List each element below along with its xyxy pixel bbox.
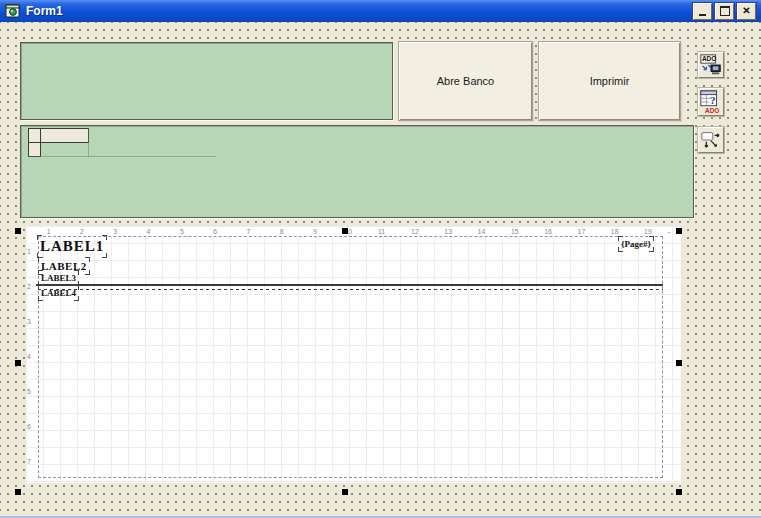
ruler-number: 12 [398,227,431,236]
ruler-number: 6 [198,227,231,236]
form-icon [5,3,21,19]
label2-text: LABEL2 [41,260,87,272]
selection-handle-bottom-right[interactable] [676,489,682,495]
selection-handle-middle-left[interactable] [15,360,21,366]
selection-corner [649,247,654,252]
svg-text:ADO: ADO [705,107,719,114]
ruler-number: 2 [65,227,98,236]
selection-handle-top-left[interactable] [15,228,21,234]
dbgrid-gridline-vertical [88,128,89,157]
ruler-number: 13 [432,227,465,236]
ruler-number: 5 [24,374,34,409]
selection-corner [74,285,79,290]
selection-corner [37,235,42,240]
svg-text:ADO: ADO [702,55,716,62]
ruler-number: 8 [265,227,298,236]
ruler-number: 16 [531,227,564,236]
ruler-number: 18 [598,227,631,236]
memo-control[interactable] [20,42,393,120]
selection-handle-middle-right[interactable] [676,360,682,366]
ruler-number: 11 [365,227,398,236]
band-bottom-dashed-line [38,289,663,290]
ruler-number: 15 [498,227,531,236]
dbgrid-row-indicator-cell [28,142,41,157]
selection-corner [85,257,90,262]
report-left-ruler: 1234567 [24,234,34,479]
window-title: Form1 [26,4,690,18]
selection-corner [102,253,107,258]
close-button[interactable]: ✕ [737,3,756,20]
ruler-number: 7 [232,227,265,236]
ruler-number: 6 [24,409,34,444]
ruler-number: 1 [24,234,34,269]
form-designer-canvas[interactable]: Abre Banco Imprimir ADO [0,22,761,516]
ruler-number: 3 [24,304,34,339]
report-margin-outline [38,236,663,478]
selection-corner [38,296,43,301]
selection-corner [618,247,623,252]
selection-corner [85,270,90,275]
selection-corner [618,236,623,241]
ado-query-icon[interactable]: ? ADO [698,88,724,116]
ruler-number: 5 [165,227,198,236]
ruler-number: 19 [631,227,664,236]
ruler-number: 17 [565,227,598,236]
label1-text: LABEL1 [40,238,104,254]
band-separator-line[interactable] [36,284,663,286]
designer-window: Form1 ✕ Abre Banco Imprimir ADO [0,0,761,518]
selection-corner [102,235,107,240]
svg-text:?: ? [710,94,716,106]
imprimir-button[interactable]: Imprimir [538,41,681,121]
dbgrid-header-cell [40,128,89,143]
page-field-text: {Page#} [621,239,651,249]
ruler-number: 4 [24,339,34,374]
label3-text: LABEL3 [41,273,76,283]
ruler-number: 4 [132,227,165,236]
selection-corner [38,257,43,262]
selection-corner [649,236,654,241]
maximize-icon [720,6,730,16]
selection-handle-top-middle[interactable] [342,228,348,234]
selection-corner [74,270,79,275]
report-label4[interactable]: LABEL4 [41,288,76,298]
report-page-number-field[interactable]: {Page#} [621,239,651,249]
label4-text: LABEL4 [41,288,76,298]
imprimir-label: Imprimir [590,75,630,87]
ruler-number: 10 [332,227,365,236]
ruler-number: 7 [24,444,34,479]
abre-banco-button[interactable]: Abre Banco [398,41,533,121]
window-titlebar[interactable]: Form1 ✕ [0,0,761,22]
datasource-icon[interactable] [698,127,724,153]
selection-corner [38,270,43,275]
report-top-ruler: 12345678910111213141516171819 [32,227,672,236]
minimize-icon [699,14,706,16]
selection-handle-bottom-middle[interactable] [342,489,348,495]
report-label3[interactable]: LABEL3 [41,273,76,283]
maximize-button[interactable] [715,3,734,20]
selection-corner [74,296,79,301]
selection-handle-top-right[interactable] [676,228,682,234]
report-label1[interactable]: LABEL1 [40,238,104,255]
close-icon: ✕ [742,6,750,16]
report-label2[interactable]: LABEL2 [41,260,87,272]
ado-connection-icon[interactable]: ADO [698,52,724,78]
dbgrid-control[interactable] [20,125,694,218]
abre-banco-label: Abre Banco [437,75,494,87]
selection-handle-bottom-left[interactable] [15,489,21,495]
minimize-button[interactable] [693,3,712,20]
ruler-number: 9 [298,227,331,236]
ruler-number: 14 [465,227,498,236]
dbgrid-gridline-horizontal [28,156,216,157]
ruler-number: 2 [24,269,34,304]
selection-corner [38,285,43,290]
